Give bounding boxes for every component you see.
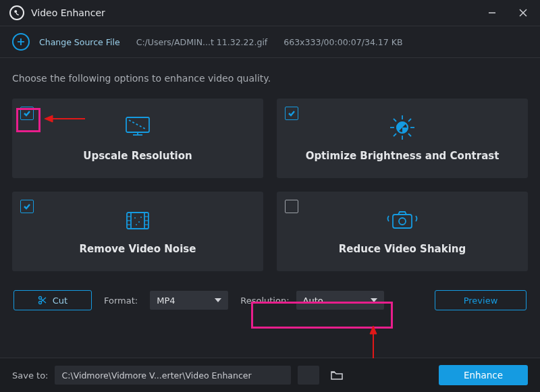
source-path: C:/Users/ADMIN...t 11.32.22.gif bbox=[136, 37, 268, 47]
titlebar: Video Enhancer bbox=[0, 0, 540, 26]
card-label: Optimize Brightness and Contrast bbox=[306, 150, 500, 162]
annotation-arrow-resolution bbox=[368, 326, 379, 360]
format-select[interactable]: MP4 bbox=[150, 291, 228, 310]
svg-line-5 bbox=[129, 120, 146, 130]
card-reduce-shaking[interactable]: Reduce Video Shaking bbox=[277, 192, 528, 271]
svg-point-30 bbox=[140, 217, 142, 218]
app-title: Video Enhancer bbox=[31, 7, 477, 18]
checkbox-upscale[interactable] bbox=[20, 107, 34, 120]
svg-line-17 bbox=[408, 119, 411, 121]
sun-icon bbox=[387, 115, 417, 140]
cut-button[interactable]: Cut bbox=[14, 290, 92, 310]
checkbox-noise[interactable] bbox=[20, 200, 34, 213]
resolution-select[interactable]: Auto bbox=[296, 291, 384, 310]
checkbox-brightness[interactable] bbox=[285, 107, 298, 120]
svg-line-15 bbox=[408, 134, 411, 136]
save-path-dropdown[interactable] bbox=[298, 366, 319, 385]
card-remove-noise[interactable]: Remove Video Noise bbox=[12, 192, 263, 271]
format-value: MP4 bbox=[157, 296, 175, 306]
instruction-text: Choose the following options to enhance … bbox=[12, 73, 528, 84]
checkbox-shaking[interactable] bbox=[285, 200, 298, 213]
svg-point-29 bbox=[136, 224, 137, 225]
chevron-down-icon bbox=[371, 298, 377, 302]
svg-line-14 bbox=[394, 119, 396, 121]
close-button[interactable] bbox=[508, 0, 539, 26]
format-label: Format: bbox=[104, 296, 138, 306]
minimize-button[interactable] bbox=[477, 0, 508, 26]
save-to-label: Save to: bbox=[12, 370, 48, 381]
camera-shake-icon bbox=[385, 208, 420, 233]
film-icon bbox=[123, 208, 153, 233]
svg-point-27 bbox=[134, 217, 136, 219]
svg-line-16 bbox=[394, 134, 396, 136]
card-brightness-contrast[interactable]: Optimize Brightness and Contrast bbox=[277, 99, 528, 178]
change-source-link[interactable]: Change Source File bbox=[39, 37, 120, 47]
preview-button[interactable]: Preview bbox=[435, 290, 526, 310]
card-label: Remove Video Noise bbox=[80, 243, 196, 255]
scissors-icon bbox=[38, 296, 47, 305]
monitor-icon bbox=[122, 115, 153, 140]
control-bar: Cut Format: MP4 Resolution: Auto Preview bbox=[12, 290, 528, 310]
cut-label: Cut bbox=[53, 296, 68, 306]
resolution-value: Auto bbox=[303, 296, 323, 306]
card-label: Reduce Video Shaking bbox=[339, 243, 466, 255]
open-folder-button[interactable] bbox=[326, 366, 348, 385]
svg-point-34 bbox=[38, 297, 41, 300]
card-upscale-resolution[interactable]: Upscale Resolution bbox=[12, 99, 263, 178]
svg-point-0 bbox=[14, 10, 17, 13]
options-grid: Upscale Resolution Optimize Brightness a… bbox=[12, 99, 528, 271]
card-label: Upscale Resolution bbox=[83, 150, 192, 162]
preview-label: Preview bbox=[464, 296, 498, 306]
svg-marker-40 bbox=[370, 326, 377, 334]
source-bar: + Change Source File C:/Users/ADMIN...t … bbox=[0, 26, 540, 58]
app-logo-icon bbox=[9, 5, 24, 20]
source-info: 663x333/00:00:07/34.17 KB bbox=[284, 37, 402, 47]
svg-rect-31 bbox=[393, 215, 412, 228]
save-path-field[interactable]: C:\Vidmore\Vidmore V...erter\Video Enhan… bbox=[55, 366, 291, 385]
svg-point-28 bbox=[138, 221, 140, 223]
save-bar: Save to: C:\Vidmore\Vidmore V...erter\Vi… bbox=[0, 358, 540, 392]
enhance-button[interactable]: Enhance bbox=[439, 365, 528, 385]
svg-point-33 bbox=[38, 302, 41, 304]
enhance-label: Enhance bbox=[464, 370, 503, 381]
chevron-down-icon bbox=[215, 298, 221, 302]
save-path-text: C:\Vidmore\Vidmore V...erter\Video Enhan… bbox=[61, 370, 251, 381]
svg-point-32 bbox=[399, 218, 406, 225]
resolution-label: Resolution: bbox=[240, 296, 289, 306]
add-icon[interactable]: + bbox=[12, 33, 30, 51]
resolution-group: Resolution: Auto bbox=[240, 291, 383, 310]
